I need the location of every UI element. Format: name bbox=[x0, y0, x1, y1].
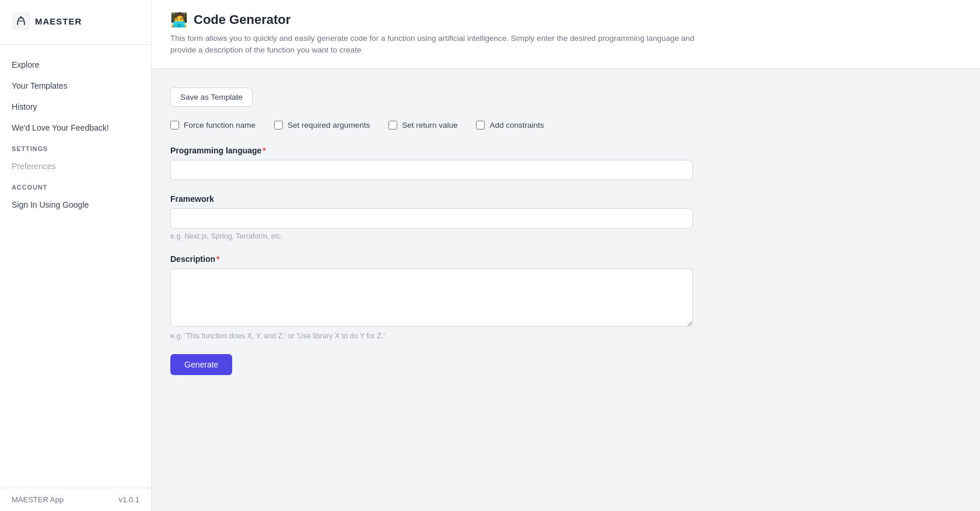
description-label: Description* bbox=[170, 254, 693, 264]
set-return-value-checkbox[interactable] bbox=[388, 121, 397, 130]
set-required-args-label: Set required arguments bbox=[288, 121, 370, 130]
force-function-name-checkbox[interactable] bbox=[170, 121, 179, 130]
sidebar-item-sign-in[interactable]: Sign In Using Google bbox=[0, 194, 151, 215]
footer-version: v1.0.1 bbox=[119, 495, 139, 504]
framework-group: Framework e.g. Next.js, Spring, Terrafor… bbox=[170, 194, 693, 240]
framework-hint: e.g. Next.js, Spring, Terraform, etc. bbox=[170, 232, 693, 240]
sidebar-item-your-templates[interactable]: Your Templates bbox=[0, 75, 151, 96]
force-function-name-label: Force function name bbox=[184, 121, 256, 130]
framework-label: Framework bbox=[170, 194, 693, 204]
set-required-args-checkbox[interactable] bbox=[274, 121, 283, 130]
programming-language-label: Programming language* bbox=[170, 146, 693, 155]
sidebar-item-history[interactable]: History bbox=[0, 96, 151, 117]
generate-button[interactable]: Generate bbox=[170, 354, 232, 375]
form-area: Save as Template Force function name Set… bbox=[152, 69, 712, 394]
footer-app-name: MAESTER App bbox=[12, 495, 64, 504]
main-content: 🧑‍💻 Code Generator This form allows you … bbox=[152, 0, 980, 511]
page-title-emoji: 🧑‍💻 bbox=[170, 12, 188, 28]
page-title-row: 🧑‍💻 Code Generator bbox=[170, 12, 961, 28]
description-group: Description* e.g. 'This function does X,… bbox=[170, 254, 693, 340]
set-return-value-label: Set return value bbox=[402, 121, 457, 130]
logo-text: MAESTER bbox=[35, 16, 82, 26]
programming-language-input[interactable] bbox=[170, 160, 693, 180]
page-header: 🧑‍💻 Code Generator This form allows you … bbox=[152, 0, 980, 69]
sidebar-item-preferences: Preferences bbox=[0, 156, 151, 177]
sidebar-item-feedback[interactable]: We'd Love Your Feedback! bbox=[0, 117, 151, 138]
sidebar: MAESTER Explore Your Templates History W… bbox=[0, 0, 152, 511]
add-constraints-checkbox[interactable] bbox=[476, 121, 485, 130]
framework-input[interactable] bbox=[170, 208, 693, 229]
programming-language-group: Programming language* bbox=[170, 146, 693, 180]
settings-section-label: SETTINGS bbox=[0, 138, 151, 156]
force-function-name-checkbox-item[interactable]: Force function name bbox=[170, 121, 256, 130]
save-as-template-button[interactable]: Save as Template bbox=[170, 88, 253, 107]
logo-area: MAESTER bbox=[0, 0, 151, 45]
sidebar-navigation: Explore Your Templates History We'd Love… bbox=[0, 45, 151, 488]
description-hint: e.g. 'This function does X, Y, and Z.' o… bbox=[170, 332, 693, 340]
maester-logo-icon bbox=[12, 12, 30, 30]
sidebar-item-explore[interactable]: Explore bbox=[0, 54, 151, 75]
page-description: This form allows you to quickly and easi… bbox=[170, 33, 695, 57]
sidebar-footer: MAESTER App v1.0.1 bbox=[0, 488, 151, 511]
set-return-value-checkbox-item[interactable]: Set return value bbox=[388, 121, 457, 130]
description-textarea[interactable] bbox=[170, 268, 693, 327]
add-constraints-label: Add constraints bbox=[489, 121, 544, 130]
checkboxes-row: Force function name Set required argumen… bbox=[170, 121, 693, 130]
svg-point-1 bbox=[20, 16, 22, 19]
account-section-label: ACCOUNT bbox=[0, 177, 151, 194]
add-constraints-checkbox-item[interactable]: Add constraints bbox=[476, 121, 544, 130]
set-required-args-checkbox-item[interactable]: Set required arguments bbox=[274, 121, 370, 130]
page-title: Code Generator bbox=[194, 12, 290, 27]
